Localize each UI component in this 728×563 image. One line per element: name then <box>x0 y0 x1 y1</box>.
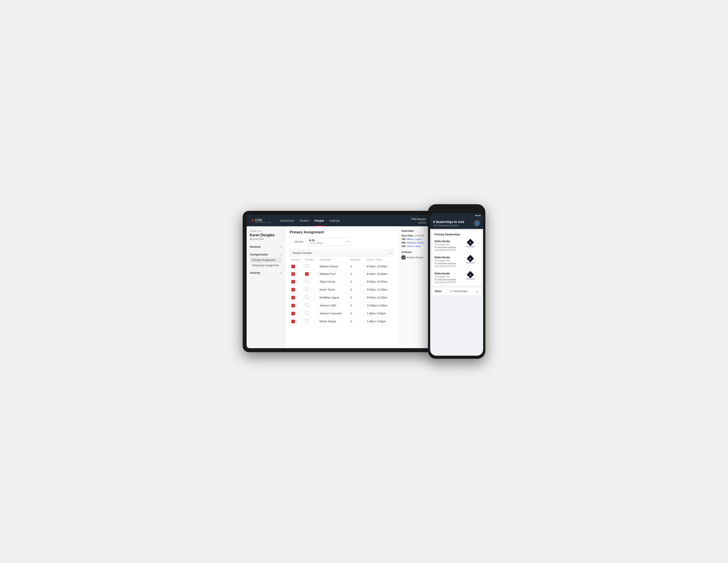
assigned-count-5: 1 <box>351 304 352 307</box>
primary-checkbox-3[interactable] <box>305 288 309 291</box>
logout-link[interactable]: Logout <box>412 221 426 224</box>
phone-dealer-visited-0: Last visited 2/21/2021 <box>435 249 479 251</box>
sidebar-general-header[interactable]: General ∨ <box>250 244 282 250</box>
directions-button-0[interactable]: ▲ Directions <box>466 240 475 248</box>
primary-checkbox-5[interactable] <box>305 304 309 307</box>
actions-title: Actions: <box>402 250 428 254</box>
sidebar-assignments-header[interactable]: Assignments ∧ <box>250 251 282 257</box>
access-checkbox-0[interactable] <box>291 265 295 268</box>
access-checkbox-5[interactable] <box>291 304 295 307</box>
assigned-count-6: 1 <box>351 312 352 315</box>
primary-checkbox-1[interactable] <box>305 272 309 276</box>
access-checkbox-7[interactable] <box>291 320 295 323</box>
phone-other-row[interactable]: Other 17 dealerships ▲ <box>432 288 481 295</box>
phone-status-bar <box>430 213 483 218</box>
phone-user-icon[interactable]: 👤 <box>474 220 480 226</box>
sidebar-section-general: General ∨ <box>250 244 282 250</box>
table-row[interactable]: McMillian Jaguar19:00am–12:00pm <box>290 294 394 302</box>
primary-checkbox-7[interactable] <box>305 319 309 323</box>
access-checkbox-3[interactable] <box>291 288 295 292</box>
overview-rm: RM: Satterlee, Brian <box>402 241 428 244</box>
directions-diamond-icon-2: ▲ <box>467 271 474 278</box>
nav-dashboard[interactable]: Dashboard <box>280 218 294 223</box>
market-row: Market: N FL Laszlo, Miklós <box>290 237 394 246</box>
sidebar-temporary-assignment[interactable]: Temporary Assignment <box>250 263 282 268</box>
phone-other-count: 17 dealerships <box>450 290 467 293</box>
access-checkbox-4[interactable] <box>291 296 295 300</box>
rm-value[interactable]: Satterlee, Brian <box>407 241 424 244</box>
sidebar-general-chevron: ∨ <box>280 245 282 248</box>
phone-dealer-card-2[interactable]: Della Honda 313 Quaker Rd 9 Unserviced v… <box>432 270 481 286</box>
person-role: Account Rep <box>250 237 282 240</box>
dealer-table: Access Primary Dealership Assigned Servi… <box>290 256 394 326</box>
access-checkbox-1[interactable] <box>291 272 295 276</box>
directions-button-2[interactable]: ▲ Directions <box>466 272 475 280</box>
dealership-name-4: McMillian Jaguar <box>318 294 349 302</box>
logo-auto-text: AUTOMOTIVE <box>255 221 271 223</box>
table-row[interactable]: Webster Ford18:00am–10:00am <box>290 270 394 278</box>
gm-value[interactable]: Hecht, Lloyd <box>407 245 420 247</box>
nav-user: Phil Penton Logout <box>412 217 426 224</box>
logo[interactable]: X cite AUTOMOTIVE <box>251 218 271 223</box>
phone-header-row: 6 Dealerships to visit 24 Unserviced veh… <box>433 220 480 227</box>
access-checkbox-6[interactable] <box>291 312 295 315</box>
main-content: Primary Assignment Market: N FL Laszlo, … <box>285 226 399 348</box>
sidebar-section-activity: Activity ∨ <box>250 270 282 276</box>
market-select-sub: Laszlo, Miklós <box>309 242 348 244</box>
primary-checkbox-2[interactable] <box>305 279 309 283</box>
dealership-name-3: Norse Toyota <box>318 286 349 294</box>
assigned-count-1: 1 <box>351 272 352 275</box>
phone-primary-section: Primary Dealerships Della Honda 313 Quak… <box>432 231 481 286</box>
section-header-bar[interactable]: Section header ∨ <box>290 249 394 256</box>
am-value[interactable]: Miklos, Laszlo <box>407 238 422 240</box>
person-name: Karen Douglas <box>250 233 282 237</box>
primary-checkbox-6[interactable] <box>305 311 309 315</box>
phone-dealer-card-0[interactable]: Della Honda 313 Quaker Rd 9 Unserviced v… <box>432 237 481 254</box>
service-times-4: 9:00am–12:00pm <box>365 294 394 302</box>
phone-subtitle: 24 Unserviced vehicles <box>433 224 464 227</box>
sidebar-section-assignments: Assignments ∧ Primary Assignment Tempora… <box>250 251 282 268</box>
dealership-name-1: Webster Ford <box>318 270 349 278</box>
table-row[interactable]: Webster Nissan18:00am–10:00am <box>290 262 394 270</box>
sidebar-primary-assignment[interactable]: Primary Assignment <box>250 257 282 263</box>
section-header-chevron: ∨ <box>389 251 391 254</box>
gm-label: GM: <box>402 245 406 247</box>
table-row[interactable]: Johnson GMC112:00pm–2:00pm <box>290 302 394 310</box>
service-times-6: 1:00pm–3:00pm <box>365 310 394 318</box>
am-label: AM: <box>402 238 406 240</box>
dealership-name-0: Webster Nissan <box>318 262 349 270</box>
dealership-name-2: Taylor Honda <box>318 278 349 286</box>
sidebar-activity-chevron: ∨ <box>280 271 282 274</box>
phone-dealer-visited-1: Last visited 2/21/2021 <box>435 265 479 267</box>
nav-dealers[interactable]: Dealers <box>299 218 309 223</box>
status-dot-2 <box>477 215 478 216</box>
start-date-value: 11/01/18 <box>415 234 424 237</box>
tablet-navbar: X cite AUTOMOTIVE Dashboard Dealers Peop… <box>247 215 431 226</box>
directions-button-1[interactable]: ▲ Directions <box>466 256 475 264</box>
table-row[interactable]: Taylor Honda18:00am–10:00am <box>290 278 394 286</box>
phone-notch <box>447 207 467 212</box>
sidebar-activity-header[interactable]: Activity ∨ <box>250 270 282 276</box>
overview-title: Overview: <box>402 229 428 232</box>
phone-other-chevron: ▲ <box>476 290 479 293</box>
market-label: Market: <box>290 240 304 243</box>
market-select[interactable]: N FL Laszlo, Miklós <box>307 237 351 246</box>
primary-checkbox-4[interactable] <box>305 296 309 299</box>
service-times-2: 8:00am–10:00am <box>365 278 394 286</box>
access-checkbox-2[interactable] <box>291 280 295 284</box>
breadcrumb-link[interactable]: People List » <box>250 230 263 232</box>
nav-people[interactable]: People <box>315 218 324 223</box>
table-row[interactable]: Johnson Chevrolet11:00pm–3:00pm <box>290 310 394 318</box>
dealership-name-7: Ellistor Mazda <box>318 318 349 326</box>
table-row[interactable]: Norse Toyota19:00am–12:00pm <box>290 286 394 294</box>
assigned-count-4: 1 <box>351 296 352 299</box>
primary-checkbox-0[interactable] <box>305 264 309 268</box>
archive-person-button[interactable]: ☷ Archive Person <box>402 255 428 259</box>
phone-dealer-card-1[interactable]: Della Honda 313 Quaker Rd 9 Unserviced v… <box>432 254 481 270</box>
phone-dealer-chevron-0: › <box>478 244 479 247</box>
breadcrumb[interactable]: People List » <box>250 230 282 232</box>
phone-primary-section-title: Primary Dealerships <box>432 231 481 237</box>
nav-settings[interactable]: Settings <box>329 218 340 223</box>
col-dealership: Dealership <box>318 256 349 262</box>
table-row[interactable]: Ellistor Mazda11:00pm–3:00pm <box>290 318 394 326</box>
